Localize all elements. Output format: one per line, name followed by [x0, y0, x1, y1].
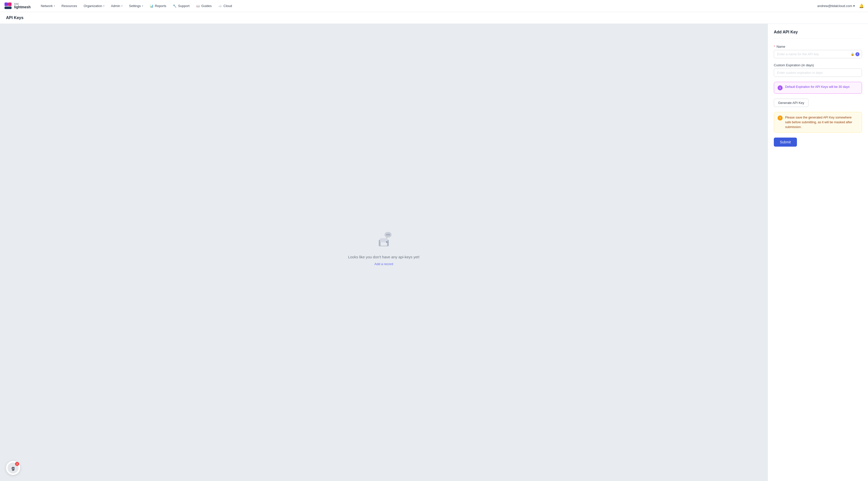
submit-button[interactable]: Submit [774, 137, 797, 147]
logo-lightmesh-label: lightmesh [14, 5, 31, 9]
warning-yellow-icon: ! [778, 116, 783, 121]
save-key-warning: ! Please save the generated API Key some… [774, 112, 862, 133]
name-input[interactable] [774, 50, 862, 58]
nav-resources-label: Resources [62, 4, 77, 8]
nav-network-label: Network [41, 4, 53, 8]
expiration-label: Custom Expiration (in days) [774, 63, 862, 67]
nav-item-resources[interactable]: Resources [59, 2, 80, 9]
svg-rect-10 [380, 242, 387, 246]
svg-point-4 [386, 234, 387, 235]
logo-icon [4, 2, 12, 10]
user-email: andrew@tidalcloud.com [817, 4, 852, 8]
app-logo[interactable]: tidal lightmesh [4, 2, 31, 10]
nav-settings-label: Settings [129, 4, 141, 8]
nav-item-cloud[interactable]: ☁️ Cloud [215, 2, 235, 9]
svg-rect-1 [8, 2, 11, 6]
svg-rect-2 [4, 6, 11, 9]
empty-state-message: Looks like you don't have any api-keys y… [348, 255, 420, 259]
nav-organization-label: Organization [84, 4, 102, 8]
svg-point-11 [386, 241, 388, 243]
required-star: * [774, 45, 775, 49]
content-area: Looks like you don't have any api-keys y… [0, 24, 768, 481]
nav-item-admin[interactable]: Admin ▾ [108, 2, 126, 9]
panel-title: Add API Key [774, 30, 862, 39]
page-title: API Keys [6, 15, 862, 20]
nav-organization-chevron: ▾ [103, 4, 104, 7]
lock-icon: 🔒 [851, 53, 855, 56]
nav-items: Network ▾ Resources Organization ▾ Admin… [38, 2, 816, 9]
info-purple-icon: i [778, 85, 783, 90]
svg-point-5 [387, 234, 389, 235]
nav-admin-label: Admin [111, 4, 120, 8]
nav-support-label: Support [178, 4, 190, 8]
svg-point-6 [389, 234, 390, 235]
nav-admin-chevron: ▾ [121, 4, 123, 7]
nav-item-support[interactable]: 🔧 Support [170, 2, 193, 9]
nav-reports-label: Reports [155, 4, 166, 8]
nav-right: andrew@tidalcloud.com ▾ 🔔 [817, 3, 864, 8]
nav-item-network[interactable]: Network ▾ [38, 2, 58, 9]
nav-cloud-label: Cloud [223, 4, 232, 8]
user-chevron-icon: ▾ [853, 4, 855, 8]
logo-text: tidal lightmesh [14, 2, 31, 9]
name-input-wrapper: 🔒 i [774, 50, 862, 58]
default-expiration-text: Default Expiration for API Keys will be … [785, 85, 849, 89]
add-record-link[interactable]: Add a record [374, 262, 393, 266]
expiration-input[interactable] [774, 68, 862, 77]
svg-rect-0 [4, 2, 8, 6]
empty-state: Looks like you don't have any api-keys y… [348, 229, 420, 266]
info-icon: i [856, 52, 860, 56]
nav-item-settings[interactable]: Settings ▾ [126, 2, 146, 9]
support-icon: 🔧 [173, 4, 177, 8]
notifications-bell-icon[interactable]: 🔔 [859, 3, 864, 8]
gossamer-widget[interactable]: g 2 [6, 461, 20, 475]
gossamer-letter: g [11, 465, 14, 471]
nav-settings-chevron: ▾ [142, 4, 143, 7]
name-label: * Name [774, 45, 862, 49]
cloud-icon: ☁️ [218, 4, 222, 8]
gossamer-inner: g 2 [7, 462, 19, 474]
generate-api-key-button[interactable]: Generate API Key [774, 99, 808, 107]
book-icon: 📖 [196, 4, 200, 8]
save-key-warning-text: Please save the generated API Key somewh… [785, 115, 858, 129]
main-layout: Looks like you don't have any api-keys y… [0, 24, 868, 481]
nav-item-reports[interactable]: 📊 Reports [147, 2, 169, 9]
nav-item-guides[interactable]: 📖 Guides [193, 2, 215, 9]
nav-network-chevron: ▾ [54, 4, 55, 7]
name-input-icons: 🔒 i [851, 52, 860, 56]
right-panel: Add API Key * Name 🔒 i Custom Expiration… [768, 24, 868, 481]
empty-state-icon [372, 229, 395, 252]
default-expiration-info: i Default Expiration for API Keys will b… [774, 82, 862, 94]
gossamer-badge: 2 [15, 462, 19, 466]
user-menu[interactable]: andrew@tidalcloud.com ▾ [817, 4, 855, 8]
nav-guides-label: Guides [202, 4, 212, 8]
name-form-group: * Name 🔒 i [774, 45, 862, 58]
bar-chart-icon: 📊 [150, 4, 153, 8]
navbar: tidal lightmesh Network ▾ Resources Orga… [0, 0, 868, 12]
nav-item-organization[interactable]: Organization ▾ [81, 2, 107, 9]
expiration-form-group: Custom Expiration (in days) [774, 63, 862, 77]
page-header: API Keys [0, 12, 868, 24]
